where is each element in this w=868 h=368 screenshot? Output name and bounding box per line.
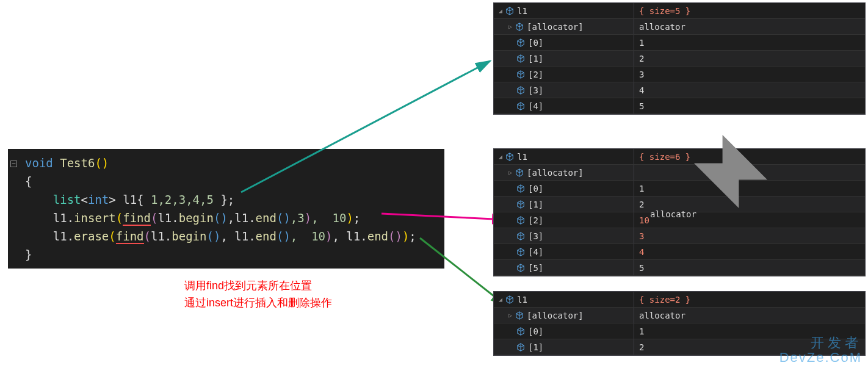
watch-item-row[interactable]: [0]1: [494, 35, 865, 51]
watch-allocator-row[interactable]: ▷[allocator] allocator: [494, 165, 865, 181]
expander-open-icon[interactable]: ◢: [496, 7, 505, 14]
cube-icon: [516, 54, 526, 63]
cube-icon: [516, 215, 526, 225]
watch-item-row[interactable]: [2]3: [494, 67, 865, 82]
watch-item-row[interactable]: [4]5: [494, 98, 865, 114]
cube-icon: [516, 200, 526, 209]
cube-icon: [505, 295, 515, 305]
cube-icon: [516, 327, 526, 336]
watch-panel-1: ◢l1 { size=5 } ▷[allocator] allocator [0…: [493, 2, 866, 115]
cube-icon: [516, 231, 526, 241]
expander-open-icon[interactable]: ◢: [496, 296, 505, 303]
svg-line-1: [382, 214, 507, 220]
watch-panel-2: ◢l1 { size=6 } ▷[allocator] allocator [0…: [493, 148, 866, 276]
watch-item-row[interactable]: [3]3: [494, 228, 865, 244]
cube-icon: [516, 247, 526, 257]
cube-icon: [516, 85, 526, 95]
watch-allocator-row[interactable]: ▷[allocator] allocator: [494, 308, 865, 323]
expander-closed-icon[interactable]: ▷: [506, 312, 515, 319]
cube-icon: [516, 38, 526, 48]
pin-icon[interactable]: [639, 126, 648, 134]
svg-line-2: [420, 238, 505, 305]
expander-closed-icon[interactable]: ▷: [506, 23, 515, 30]
cube-icon: [516, 342, 526, 352]
cube-icon: [505, 6, 515, 16]
collapse-icon[interactable]: −: [10, 161, 17, 167]
cube-icon: [515, 168, 524, 178]
watch-item-row[interactable]: [4]4: [494, 244, 865, 260]
expander-open-icon[interactable]: ◢: [496, 153, 505, 160]
svg-line-0: [241, 61, 490, 192]
cube-icon: [505, 152, 515, 162]
watch-item-row[interactable]: [2]10: [494, 212, 865, 228]
cube-icon: [516, 70, 526, 79]
watch-root-row[interactable]: ◢l1 { size=5 }: [494, 3, 865, 19]
cube-icon: [516, 184, 526, 193]
watch-allocator-row[interactable]: ▷[allocator] allocator: [494, 19, 865, 35]
arrow-magenta: [378, 211, 513, 229]
cube-icon: [516, 101, 526, 111]
watch-item-row[interactable]: [3]4: [494, 82, 865, 98]
watch-root-row[interactable]: ◢l1 { size=2 }: [494, 292, 865, 308]
watermark: 开发者 DevZe.CoM: [779, 336, 862, 365]
cube-icon: [515, 311, 524, 320]
cube-icon: [515, 22, 524, 32]
code-line-6: }: [8, 245, 444, 264]
watch-item-row[interactable]: [5]5: [494, 260, 865, 276]
expander-closed-icon[interactable]: ▷: [506, 169, 515, 176]
arrow-teal: [235, 55, 497, 195]
code-line-5: l1.erase(find(l1.begin(), l1.end(), 10),…: [8, 227, 444, 245]
cube-icon: [516, 263, 526, 273]
annotation-text: 调用find找到元素所在位置 通过insert进行插入和删除操作: [184, 277, 332, 311]
watch-item-row[interactable]: [1]2: [494, 51, 865, 67]
